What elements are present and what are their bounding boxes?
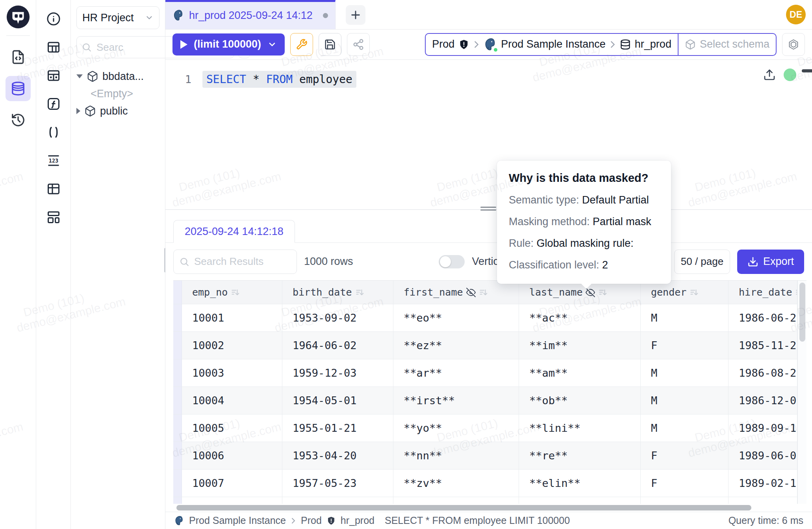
run-query-button[interactable]: (limit 100000) [172, 33, 285, 55]
tree-item-database[interactable]: bbdata... [76, 68, 159, 85]
caret-down-icon[interactable] [76, 74, 83, 78]
table-cell[interactable]: 1959-12-03 [282, 359, 393, 387]
tree-item-schema-public[interactable]: public [76, 102, 159, 120]
table-cell[interactable]: 10005 [182, 414, 282, 442]
sql-statement[interactable]: SELECT * FROM employee [202, 71, 356, 88]
table-cell[interactable]: **ar** [393, 359, 519, 387]
table-row[interactable]: 100051955-01-21**yo****lini**M1989-09-1 [173, 414, 806, 442]
user-avatar[interactable]: DE [786, 5, 806, 24]
sort-icon[interactable] [231, 288, 239, 297]
ai-assistant-button[interactable] [782, 33, 805, 56]
caret-right-icon[interactable] [76, 108, 80, 114]
table-row[interactable]: 100031959-12-03**ar****am**M1986-08-2 [173, 359, 806, 387]
sort-icon[interactable] [479, 288, 488, 297]
column-header-first_name[interactable]: first_name [393, 281, 519, 304]
table-cell[interactable]: 1964-06-02 [282, 332, 393, 359]
page-size-select[interactable]: 50 / page [674, 250, 730, 274]
table-cell[interactable]: **elin** [519, 470, 641, 497]
extensions-icon[interactable] [46, 210, 61, 224]
export-button[interactable]: Export [737, 250, 804, 274]
external-tables-icon[interactable] [46, 68, 61, 83]
table-cell[interactable]: 10001 [182, 304, 282, 332]
table-cell[interactable]: F [641, 442, 729, 470]
connection-context[interactable]: Prod Prod Sample Instance hr_prod [426, 34, 678, 55]
procedures-icon[interactable] [46, 125, 61, 139]
table-cell[interactable]: **am** [519, 359, 641, 387]
table-cell[interactable]: **zv** [393, 470, 519, 497]
table-cell[interactable]: 1957-05-23 [282, 470, 393, 497]
schema-selector[interactable]: Select schema [678, 34, 776, 55]
save-sheet-button[interactable] [319, 33, 341, 56]
result-search-field[interactable] [173, 250, 297, 274]
panel-splitter-handle[interactable] [480, 207, 496, 211]
column-header-birth_date[interactable]: birth_date [282, 281, 393, 304]
column-header-gender[interactable]: gender [641, 281, 729, 304]
table-cell[interactable]: M [641, 414, 729, 442]
table-row[interactable]: 100041954-05-01**irst****ob**M1986-12-0 [173, 387, 806, 414]
bytebase-logo-icon[interactable] [6, 5, 30, 29]
scrollbar-thumb[interactable] [176, 505, 751, 511]
result-tab-active[interactable]: 2025-09-24 14:12:18 [173, 220, 295, 243]
sql-editor[interactable]: 1 SELECT * FROM employee [165, 60, 812, 209]
new-tab-button[interactable] [346, 5, 365, 25]
table-cell[interactable]: F [641, 470, 729, 497]
functions-icon[interactable] [46, 97, 61, 111]
table-row[interactable]: 100011953-09-02**eo****ac**M1986-06-2 [173, 304, 806, 332]
table-cell[interactable]: **nn** [393, 442, 519, 470]
info-icon[interactable] [46, 12, 61, 26]
table-cell[interactable]: 1953-04-20 [282, 442, 393, 470]
table-cell[interactable]: F [641, 332, 729, 359]
table-cell[interactable]: 1989-09-1 [729, 414, 797, 442]
table-cell[interactable]: 1954-05-01 [282, 387, 393, 414]
project-picker[interactable]: HR Project [76, 6, 159, 29]
column-header-last_name[interactable]: last_name [519, 281, 641, 304]
sort-icon[interactable] [598, 288, 607, 297]
table-cell[interactable]: **im** [519, 332, 641, 359]
table-horizontal-scrollbar[interactable] [173, 504, 806, 512]
scrollbar-thumb[interactable] [799, 283, 805, 342]
table-vertical-scrollbar[interactable] [797, 281, 806, 504]
result-search-input[interactable] [193, 255, 291, 268]
editor-scrollbar-thumb[interactable] [802, 69, 812, 72]
column-header-emp_no[interactable]: emp_no [182, 281, 282, 304]
upload-icon[interactable] [763, 68, 776, 81]
table-cell[interactable]: **ac** [519, 304, 641, 332]
table-cell[interactable]: **ez** [393, 332, 519, 359]
table-cell[interactable]: 10006 [182, 442, 282, 470]
table-cell[interactable]: **eo** [393, 304, 519, 332]
table-cell[interactable]: 10002 [182, 332, 282, 359]
table-cell[interactable]: 1953-09-02 [282, 304, 393, 332]
sort-icon[interactable] [690, 288, 698, 297]
table-cell[interactable]: 10007 [182, 470, 282, 497]
table-row[interactable]: 100071957-05-23**zv****elin**F1989-02-1 [173, 470, 806, 497]
table-cell[interactable]: **ob** [519, 387, 641, 414]
table-cell[interactable]: 1986-06-2 [729, 304, 797, 332]
column-header-hire_date[interactable]: hire_date [729, 281, 797, 304]
views-icon[interactable] [46, 182, 61, 196]
table-cell[interactable]: **lini** [519, 414, 641, 442]
table-cell[interactable]: 1986-08-2 [729, 359, 797, 387]
table-cell[interactable]: 10003 [182, 359, 282, 387]
sequences-icon[interactable]: 123 [46, 154, 61, 168]
table-cell[interactable]: **yo** [393, 414, 519, 442]
table-cell[interactable]: 1989-06-0 [729, 442, 797, 470]
table-row[interactable]: 100021964-06-02**ez****im**F1985-11-2 [173, 332, 806, 359]
table-cell[interactable]: 1989-02-1 [729, 470, 797, 497]
format-sql-button[interactable] [290, 33, 313, 56]
table-cell[interactable]: M [641, 304, 729, 332]
sheet-tab-active[interactable]: hr_prod 2025-09-24 14:12 [165, 0, 336, 29]
table-cell[interactable]: 1986-12-0 [729, 387, 797, 414]
tables-icon[interactable] [46, 40, 61, 54]
table-cell[interactable]: M [641, 359, 729, 387]
table-cell[interactable]: 1985-11-2 [729, 332, 797, 359]
table-cell[interactable]: **irst** [393, 387, 519, 414]
table-cell[interactable]: **re** [519, 442, 641, 470]
sidebar-item-databases[interactable] [6, 76, 31, 101]
table-cell[interactable]: 1955-01-21 [282, 414, 393, 442]
sort-icon[interactable] [355, 288, 364, 297]
table-row[interactable]: 100061953-04-20**nn****re**F1989-06-0 [173, 442, 806, 470]
sidebar-item-history[interactable] [6, 107, 31, 133]
share-sheet-button[interactable] [347, 33, 370, 56]
sidebar-item-worksheets[interactable] [6, 44, 31, 70]
table-cell[interactable]: M [641, 387, 729, 414]
